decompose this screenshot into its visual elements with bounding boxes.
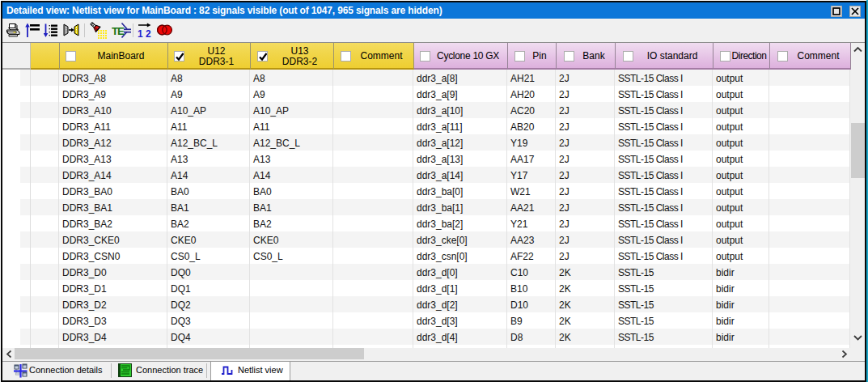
svg-text:TE: TE: [112, 25, 125, 37]
svg-text:1 2: 1 2: [138, 28, 151, 39]
